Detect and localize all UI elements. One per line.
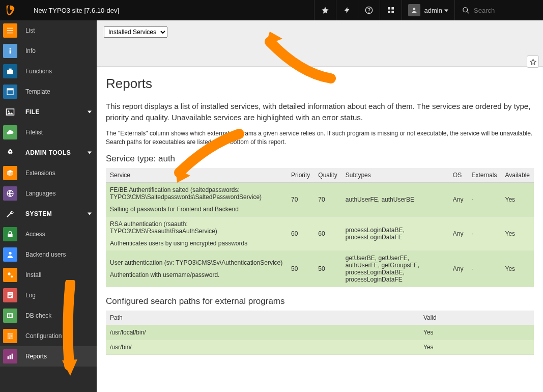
svg-point-33: [11, 335, 12, 337]
page-title: Reports: [106, 76, 534, 92]
externals-cell: -: [467, 251, 501, 287]
svg-point-19: [10, 151, 11, 152]
search-box[interactable]: [454, 0, 543, 20]
sidebar-item-backend-users[interactable]: Backend users: [0, 244, 97, 265]
svg-rect-35: [8, 356, 9, 359]
sidebar-item-configuration[interactable]: Configuration: [0, 326, 97, 346]
globe-icon: [3, 186, 17, 201]
service-cell: User authentication (sv: TYPO3\CMS\Sv\Au…: [106, 251, 287, 287]
cloud-icon: [3, 125, 17, 139]
sidebar-header-label: ADMIN TOOLS: [25, 149, 88, 156]
sidebar-item-reports[interactable]: Reports: [0, 346, 97, 367]
caret-down-icon: [88, 109, 92, 115]
sidebar-header[interactable]: ADMIN TOOLS: [0, 143, 97, 163]
svg-point-6: [413, 8, 415, 10]
priority-cell: 70: [287, 183, 314, 217]
modules-button[interactable]: [380, 0, 402, 20]
valid-cell: Yes: [419, 325, 534, 340]
svg-rect-28: [9, 296, 11, 297]
externals-cell: -: [467, 183, 501, 217]
sidebar-item-label: Template: [25, 88, 92, 95]
services-table: ServicePriorityQualitySubtypesOSExternal…: [106, 168, 534, 287]
user-name: admin: [424, 7, 442, 14]
site-title: New TYPO3 site [7.6.10-dev]: [20, 7, 119, 14]
avatar: [408, 4, 420, 16]
sidebar-item-info[interactable]: Info: [0, 41, 97, 61]
toolbox-icon: [3, 64, 17, 78]
subtypes-cell: processLoginDataBE, processLoginDataFE: [341, 217, 449, 251]
bookmark-button[interactable]: [314, 0, 336, 20]
table-row: /usr/bin/ Yes: [106, 340, 534, 355]
sidebar-header-label: FILE: [25, 108, 88, 116]
svg-rect-21: [8, 234, 12, 237]
user-icon: [3, 247, 17, 262]
table-row: User authentication (sv: TYPO3\CMS\Sv\Au…: [106, 251, 534, 287]
svg-rect-36: [10, 355, 11, 359]
svg-rect-3: [391, 7, 394, 10]
help-button[interactable]: [358, 0, 380, 20]
svg-point-1: [368, 12, 369, 13]
report-select[interactable]: Installed Services: [104, 26, 167, 38]
table-header: Priority: [287, 168, 314, 183]
sidebar-item-label: Languages: [25, 190, 92, 197]
sidebar-item-label: Reports: [25, 353, 92, 360]
sidebar-item-label: Functions: [25, 68, 92, 75]
sidebar-item-label: Log: [25, 292, 92, 299]
star-outline-icon: [530, 59, 536, 65]
valid-cell: Yes: [419, 340, 534, 355]
sidebar-item-access[interactable]: Access: [0, 224, 97, 244]
template-icon: [3, 85, 17, 99]
sidebar-item-log[interactable]: Log: [0, 285, 97, 305]
priority-cell: 60: [287, 217, 314, 251]
sidebar-item-functions[interactable]: Functions: [0, 61, 97, 81]
user-menu[interactable]: admin: [402, 0, 454, 20]
sidebar-item-label: Backend users: [25, 251, 92, 258]
sidebar-item-label: DB check: [25, 312, 92, 319]
svg-rect-13: [7, 70, 13, 74]
search-input[interactable]: [473, 6, 536, 15]
sidebar-item-db-check[interactable]: DB check: [0, 305, 97, 326]
svg-rect-26: [9, 294, 12, 294]
table-header: OS: [449, 168, 468, 183]
sidebar-item-label: Info: [25, 47, 92, 54]
service-desc: Salting of passwords for Frontend and Ba…: [110, 206, 283, 213]
sidebar-item-install[interactable]: Install: [0, 265, 97, 285]
service-cell: FE/BE Authentification salted (saltedpas…: [106, 183, 287, 217]
sidebar-item-languages[interactable]: Languages: [0, 183, 97, 204]
sidebar-header[interactable]: SYSTEM: [0, 204, 97, 224]
sidebar-item-extensions[interactable]: Extensions: [0, 163, 97, 183]
gears-icon: [3, 268, 17, 282]
paths-table: PathValid /usr/local/bin/ Yes /usr/bin/ …: [106, 311, 534, 355]
lightning-icon: [344, 6, 351, 14]
flash-button[interactable]: [336, 0, 358, 20]
service-title: FE/BE Authentification salted (saltedpas…: [110, 186, 283, 201]
grid-icon: [387, 6, 395, 14]
sidebar-item-list[interactable]: List: [0, 20, 97, 41]
log-icon: [3, 288, 17, 302]
table-header: Service: [106, 168, 287, 183]
svg-rect-9: [7, 30, 13, 31]
service-cell: RSA authentication (rsaauth: TYPO3\CMS\R…: [106, 217, 287, 251]
sidebar-item-template[interactable]: Template: [0, 81, 97, 102]
add-shortcut-button[interactable]: [527, 55, 539, 68]
sidebar-item-filelist[interactable]: Filelist: [0, 122, 97, 143]
path-cell: /usr/bin/: [106, 340, 419, 355]
table-row: RSA authentication (rsaauth: TYPO3\CMS\R…: [106, 217, 534, 251]
sidebar-header-label: SYSTEM: [25, 210, 88, 217]
externals-cell: -: [467, 217, 501, 251]
search-icon: [462, 7, 470, 14]
list-icon: [3, 23, 17, 38]
typo3-logo[interactable]: [0, 0, 20, 20]
os-cell: Any: [449, 183, 468, 217]
svg-rect-11: [10, 48, 11, 50]
doc-toolbar: Installed Services: [97, 20, 543, 67]
table-header: Available: [501, 168, 534, 183]
service-title: RSA authentication (rsaauth: TYPO3\CMS\R…: [110, 220, 283, 235]
sidebar-header[interactable]: FILE: [0, 102, 97, 122]
sliders-icon: [3, 329, 17, 343]
svg-rect-37: [12, 354, 13, 359]
svg-rect-10: [7, 33, 13, 33]
caret-down-icon: [88, 150, 92, 156]
svg-point-24: [11, 275, 13, 277]
page-desc: The "Externals" column shows which exter…: [106, 129, 534, 147]
